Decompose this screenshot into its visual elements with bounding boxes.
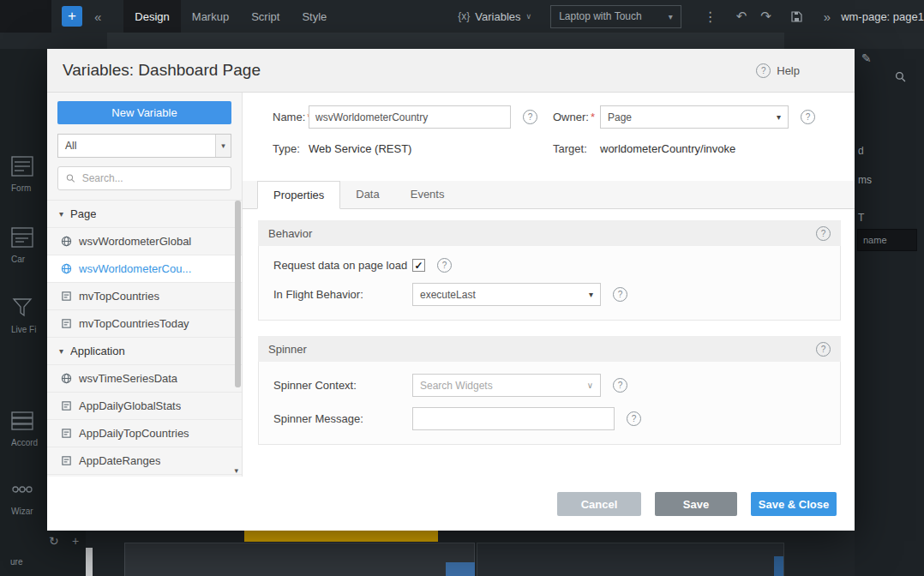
variable-item[interactable]: wsvWordometerGlobal (47, 228, 242, 255)
variable-item[interactable]: mvTopCountries (47, 283, 242, 310)
caret-down-icon (669, 12, 673, 21)
collapse-panel-icon[interactable] (94, 9, 101, 24)
palette-item-label: Wizar (11, 507, 47, 516)
redo-icon[interactable] (760, 9, 771, 24)
variable-group-page[interactable]: Page (47, 201, 242, 228)
spinner-context-help-icon[interactable] (613, 378, 627, 393)
palette-item-label: Accord (11, 438, 47, 447)
device-selector[interactable]: Laptop with Touch (550, 5, 681, 28)
palette-item-card[interactable]: Car (0, 227, 47, 264)
variable-item[interactable]: mvTopCountriesToday (47, 310, 242, 338)
tab-design[interactable]: Design (123, 0, 180, 33)
more-options-icon[interactable] (704, 9, 717, 25)
spinner-message-row: Spinner Message: (259, 407, 840, 430)
required-marker: * (591, 111, 595, 123)
variable-item[interactable]: AppDailyTopCountries (47, 420, 242, 447)
variable-filter-select[interactable]: All (57, 134, 231, 158)
variable-item[interactable]: wsvTimeSeriesData (47, 365, 242, 393)
top-toolbar: Design Markup Script Style {x} Variables… (0, 0, 924, 33)
variable-list: Page wsvWordometerGlobal wsvWorldometerC… (47, 200, 242, 477)
owner-help-icon[interactable] (801, 110, 815, 124)
spinner-context-select[interactable]: Search Widgets (412, 374, 601, 397)
variables-dialog: Variables: Dashboard Page Help New Varia… (47, 49, 855, 531)
spinner-context-row: Spinner Context: Search Widgets (259, 374, 840, 397)
refresh-icon[interactable] (49, 534, 59, 548)
palette-item-form[interactable]: Form (0, 156, 47, 193)
scrollbar-thumb[interactable] (235, 201, 241, 387)
request-on-load-help-icon[interactable] (437, 258, 452, 273)
undo-icon[interactable] (736, 9, 747, 24)
spinner-section: Spinner Spinner Context: Search Widgets (273, 336, 841, 445)
owner-select[interactable]: Page (600, 105, 789, 129)
screen: Design Markup Script Style {x} Variables… (0, 0, 924, 576)
search-icon[interactable] (895, 70, 906, 86)
variable-item-selected[interactable]: wsvWorldometerCou... (47, 255, 242, 283)
new-variable-button[interactable]: New Variable (57, 101, 231, 124)
help-label: Help (777, 64, 800, 77)
in-flight-select[interactable]: executeLast (412, 283, 601, 306)
canvas-fragment (446, 562, 475, 576)
canvas-panel-fragment (477, 543, 784, 576)
spinner-context-placeholder: Search Widgets (420, 380, 493, 392)
palette-item-live-filter[interactable]: Live Fi (0, 297, 47, 334)
palette-item-label: Live Fi (11, 325, 47, 334)
save-button[interactable]: Save (655, 492, 737, 516)
canvas-panel-fragment (124, 543, 475, 576)
variable-name-input[interactable] (309, 105, 511, 129)
in-flight-help-icon[interactable] (613, 287, 627, 302)
save-and-close-button[interactable]: Save & Close (751, 492, 837, 516)
model-variable-icon (61, 400, 72, 411)
variable-item[interactable]: AppDateRanges (47, 447, 242, 475)
variable-search[interactable] (57, 166, 231, 190)
model-variable-icon (61, 455, 72, 466)
edit-icon[interactable] (861, 51, 872, 65)
caret-down-icon (589, 290, 593, 299)
expand-panel-icon[interactable] (824, 9, 831, 24)
canvas-fragment (774, 556, 783, 576)
detail-tabs: Properties Data Events (243, 181, 855, 209)
variables-menu[interactable]: {x} Variables (458, 10, 531, 23)
web-service-icon (61, 263, 72, 274)
wizard-icon (11, 479, 33, 500)
plus-icon[interactable] (72, 534, 79, 548)
in-flight-label: In Flight Behavior: (273, 288, 412, 301)
right-rail: d ms T name (855, 49, 924, 576)
name-help-icon[interactable] (523, 110, 537, 124)
tab-style[interactable]: Style (291, 0, 338, 33)
behavior-section-header: Behavior (258, 220, 841, 246)
tab-script[interactable]: Script (240, 0, 291, 33)
tab-properties[interactable]: Properties (257, 181, 340, 209)
variable-list-panel: New Variable All Page wsvWor (47, 93, 243, 477)
tab-events[interactable]: Events (395, 181, 460, 208)
page-badge: wm-page: page1 (841, 10, 924, 23)
palette-item-accordion[interactable]: Accord (0, 411, 47, 447)
behavior-help-icon[interactable] (816, 226, 831, 241)
help-link[interactable]: Help (756, 63, 800, 78)
caret-down-icon (59, 209, 63, 219)
spinner-message-help-icon[interactable] (627, 411, 641, 426)
canvas-top-strip (0, 33, 924, 49)
cut-input-fragment: name (857, 229, 917, 251)
save-icon[interactable] (790, 10, 803, 23)
add-button[interactable] (62, 6, 82, 27)
variable-group-application[interactable]: Application (47, 338, 242, 365)
tab-markup[interactable]: Markup (181, 0, 240, 33)
canvas-bottom (86, 531, 855, 576)
search-input[interactable] (81, 171, 223, 185)
palette-item-label: Car (11, 255, 47, 264)
tab-data[interactable]: Data (340, 181, 394, 208)
dialog-header: Variables: Dashboard Page Help (47, 49, 855, 93)
request-on-load-checkbox[interactable] (412, 259, 425, 272)
scroll-down-icon[interactable] (234, 466, 238, 475)
chevron-down-icon (526, 12, 532, 21)
spinner-message-label: Spinner Message: (273, 412, 412, 425)
spinner-message-input[interactable] (412, 407, 615, 430)
type-value: Web Service (REST) (309, 142, 553, 155)
variable-item[interactable]: AppDailyGlobalStats (47, 393, 242, 420)
caret-down-icon (59, 346, 63, 356)
filter-icon (11, 297, 33, 318)
cancel-button[interactable]: Cancel (557, 492, 641, 516)
behavior-section-body: Request data on page load In Flight Beha… (258, 246, 841, 321)
spinner-help-icon[interactable] (816, 342, 831, 357)
palette-item-wizard[interactable]: Wizar (0, 479, 47, 516)
